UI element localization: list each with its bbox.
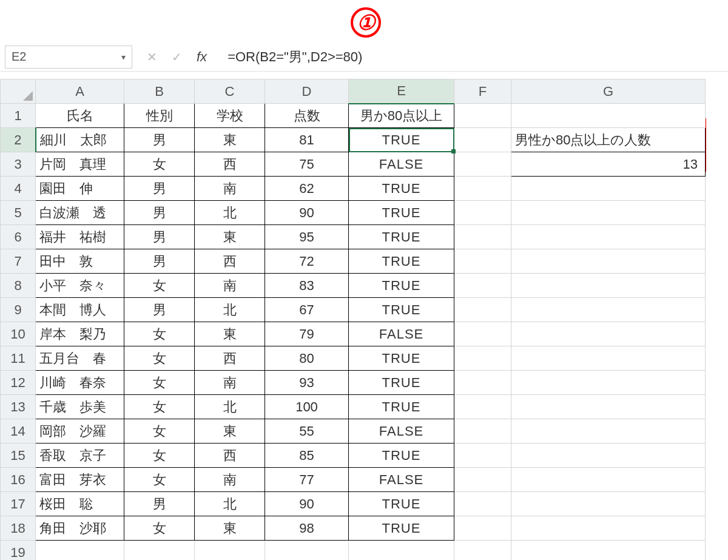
cell-e10[interactable]: FALSE [349,322,454,346]
fx-icon[interactable]: fx [197,49,207,65]
cell-c7[interactable]: 西 [195,249,265,274]
cell-b2[interactable]: 男 [124,128,195,152]
cell-a15[interactable]: 香取 京子 [36,444,124,468]
cell-a11[interactable]: 五月台 春 [36,346,124,371]
cell-c4[interactable]: 南 [195,177,265,201]
cell-f18[interactable] [454,516,511,541]
cell-c9[interactable]: 北 [195,298,265,322]
cell-g13[interactable] [511,395,706,419]
cell-g6[interactable] [511,225,706,249]
row-header-4[interactable]: 4 [1,177,36,201]
cell-a3[interactable]: 片岡 真理 [36,152,124,177]
cell-f5[interactable] [454,201,511,225]
col-header-a[interactable]: A [36,79,124,104]
cell-g17[interactable] [511,492,706,516]
cell-c6[interactable]: 東 [195,225,265,249]
cell-f16[interactable] [454,468,511,492]
cell-b11[interactable]: 女 [124,346,195,371]
cell-e5[interactable]: TRUE [349,201,454,225]
row-header-6[interactable]: 6 [1,225,36,249]
cell-b4[interactable]: 男 [124,177,195,201]
cell-f12[interactable] [454,371,511,395]
cell-d8[interactable]: 83 [265,274,349,298]
cell-a12[interactable]: 川崎 春奈 [36,371,124,395]
cancel-icon[interactable]: ✕ [147,50,157,64]
cell-a14[interactable]: 岡部 沙羅 [36,419,124,444]
cell-f1[interactable] [454,104,511,128]
cell-e14[interactable]: FALSE [349,419,454,444]
cell-c5[interactable]: 北 [195,201,265,225]
col-header-d[interactable]: D [265,79,349,104]
cell-d9[interactable]: 67 [265,298,349,322]
cell-c3[interactable]: 西 [195,152,265,177]
cell-f2[interactable] [454,128,511,152]
cell-d6[interactable]: 95 [265,225,349,249]
cell-e15[interactable]: TRUE [349,444,454,468]
cell-c8[interactable]: 南 [195,274,265,298]
cell-d11[interactable]: 80 [265,346,349,371]
cell-e2-selected[interactable]: TRUE [349,128,454,152]
cell-b6[interactable]: 男 [124,225,195,249]
cell-b10[interactable]: 女 [124,322,195,346]
row-header-2[interactable]: 2 [1,128,36,152]
cell-d16[interactable]: 77 [265,468,349,492]
row-header-8[interactable]: 8 [1,274,36,298]
row-header-14[interactable]: 14 [1,419,36,444]
cell-a10[interactable]: 岸本 梨乃 [36,322,124,346]
cell-g19[interactable] [511,541,706,561]
row-header-15[interactable]: 15 [1,444,36,468]
formula-input[interactable]: =OR(B2="男",D2>=80) [221,46,728,69]
cell-a7[interactable]: 田中 敦 [36,249,124,274]
cell-b12[interactable]: 女 [124,371,195,395]
cell-d7[interactable]: 72 [265,249,349,274]
row-header-19[interactable]: 19 [1,541,36,561]
cell-c19[interactable] [195,541,265,561]
cell-g12[interactable] [511,371,706,395]
cell-d19[interactable] [265,541,349,561]
cell-g3-summary-value[interactable]: 13 [511,152,706,177]
cell-e3[interactable]: FALSE [349,152,454,177]
name-box[interactable]: E2 ▾ [5,46,132,69]
cell-a6[interactable]: 福井 祐樹 [36,225,124,249]
select-all-corner[interactable] [1,79,36,104]
cell-d15[interactable]: 85 [265,444,349,468]
cell-f9[interactable] [454,298,511,322]
row-header-11[interactable]: 11 [1,346,36,371]
cell-e18[interactable]: TRUE [349,516,454,541]
cell-c16[interactable]: 南 [195,468,265,492]
cell-e19[interactable] [349,541,454,561]
cell-e12[interactable]: TRUE [349,371,454,395]
cell-g15[interactable] [511,444,706,468]
cell-g4[interactable] [511,177,706,201]
cell-g7[interactable] [511,249,706,274]
enter-icon[interactable]: ✓ [172,50,182,64]
cell-b19[interactable] [124,541,195,561]
cell-a8[interactable]: 小平 奈々 [36,274,124,298]
cell-c15[interactable]: 西 [195,444,265,468]
cell-f7[interactable] [454,249,511,274]
col-header-f[interactable]: F [454,79,511,104]
row-header-17[interactable]: 17 [1,492,36,516]
cell-d14[interactable]: 55 [265,419,349,444]
cell-f14[interactable] [454,419,511,444]
cell-f8[interactable] [454,274,511,298]
cell-e9[interactable]: TRUE [349,298,454,322]
cell-d17[interactable]: 90 [265,492,349,516]
cell-c13[interactable]: 北 [195,395,265,419]
cell-e1[interactable]: 男か80点以上 [349,104,454,128]
cell-f3[interactable] [454,152,511,177]
cell-b15[interactable]: 女 [124,444,195,468]
cell-e4[interactable]: TRUE [349,177,454,201]
cell-g8[interactable] [511,274,706,298]
cell-c10[interactable]: 東 [195,322,265,346]
cell-b3[interactable]: 女 [124,152,195,177]
cell-c18[interactable]: 東 [195,516,265,541]
cell-a17[interactable]: 桜田 聡 [36,492,124,516]
cell-c11[interactable]: 西 [195,346,265,371]
row-header-7[interactable]: 7 [1,249,36,274]
cell-g2-summary-label[interactable]: 男性か80点以上の人数 [511,128,706,152]
cell-d5[interactable]: 90 [265,201,349,225]
cell-a18[interactable]: 角田 沙耶 [36,516,124,541]
cell-a9[interactable]: 本間 博人 [36,298,124,322]
cell-g14[interactable] [511,419,706,444]
